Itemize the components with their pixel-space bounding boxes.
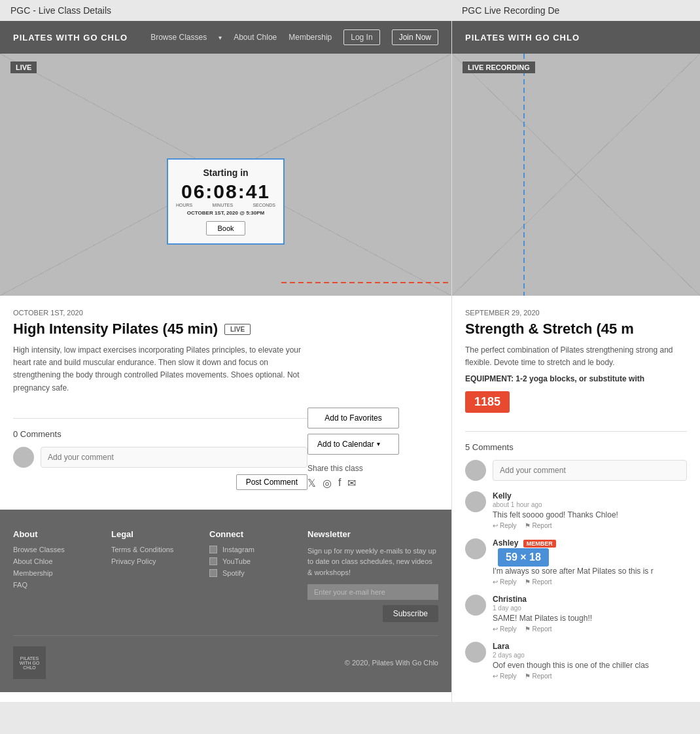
footer-privacy[interactable]: Privacy Policy — [111, 557, 209, 565]
lara-reply[interactable]: ↩ Reply — [493, 673, 517, 680]
countdown-box: Starting in 06:08:41 HOURS MINUTES SECON… — [167, 158, 285, 245]
subscribe-button[interactable]: Subscribe — [383, 605, 438, 622]
join-now-button[interactable]: Join Now — [392, 29, 438, 45]
right-nav-brand: PILATES WITH GO CHLO — [465, 33, 580, 43]
kelly-body: Kelly about 1 hour ago This felt soooo g… — [493, 491, 618, 529]
content-right-column: Add to Favorites Add to Calendar ▾ Share… — [307, 408, 438, 490]
chevron-down-icon: ▾ — [377, 440, 380, 447]
comment-item-kelly: Kelly about 1 hour ago This felt soooo g… — [465, 491, 687, 529]
footer-browse-classes[interactable]: Browse Classes — [13, 546, 111, 553]
christina-text: SAME! Mat Pilates is tough!! — [493, 614, 592, 623]
instagram-icon[interactable]: ◎ — [323, 477, 332, 489]
newsletter-email-input[interactable] — [307, 584, 438, 600]
comment-input-row — [13, 447, 307, 468]
kelly-text: This felt soooo good! Thanks Chloe! — [493, 510, 618, 519]
comment-input-field[interactable] — [41, 447, 307, 468]
right-comment-input-field[interactable] — [493, 460, 687, 481]
right-page-title: PGC Live Recording De — [462, 5, 690, 16]
comment-avatar — [13, 447, 34, 468]
add-to-calendar-button[interactable]: Add to Calendar ▾ — [307, 434, 399, 455]
ashley-avatar — [465, 538, 486, 559]
comments-header: 0 Comments — [13, 429, 307, 439]
footer-legal-title: Legal — [111, 529, 209, 539]
nav-brand: PILATES WITH GO CHLO — [13, 33, 128, 43]
footer-newsletter-title: Newsletter — [307, 529, 438, 539]
ashley-reply[interactable]: ↩ Reply — [493, 578, 517, 585]
christina-author: Christina — [493, 595, 592, 604]
right-content-description: The perfect combination of Pilates stren… — [465, 344, 687, 369]
comment-item-ashley: Ashley MEMBER 59 × 18 I'm always so sore… — [465, 538, 687, 585]
content-title-row: High Intensity Pilates (45 min) LIVE — [13, 321, 438, 338]
kelly-time: about 1 hour ago — [493, 501, 618, 508]
footer-spotify-checkbox[interactable] — [209, 569, 217, 577]
facebook-icon[interactable]: f — [338, 477, 341, 489]
countdown-labels: HOURS MINUTES SECONDS — [175, 203, 277, 207]
post-comment-button[interactable]: Post Comment — [236, 474, 307, 490]
nav-membership[interactable]: Membership — [289, 33, 332, 42]
right-comments-header: 5 Comments — [465, 442, 687, 452]
footer-connect: Connect Instagram YouTube Spotify — [209, 529, 307, 623]
christina-report[interactable]: ⚑ Report — [525, 625, 552, 633]
navbar: PILATES WITH GO CHLO Browse Classes ▾ Ab… — [0, 21, 451, 54]
content-left-column: 0 Comments Post Comment — [13, 408, 307, 490]
kelly-author: Kelly — [493, 491, 618, 500]
christina-body: Christina 1 day ago SAME! Mat Pilates is… — [493, 595, 592, 633]
hours-label: HOURS — [176, 203, 192, 207]
log-in-button[interactable]: Log In — [343, 29, 379, 45]
footer-newsletter: Newsletter Sign up for my weekly e-mails… — [307, 529, 438, 623]
right-hero-placeholder — [452, 54, 700, 296]
ashley-report[interactable]: ⚑ Report — [525, 578, 552, 585]
comment-item-christina: Christina 1 day ago SAME! Mat Pilates is… — [465, 595, 687, 633]
countdown-starting-label: Starting in — [175, 167, 277, 178]
seconds-label: SECONDS — [253, 203, 275, 207]
nav-browse-classes[interactable]: Browse Classes — [150, 33, 207, 42]
ashley-author: Ashley MEMBER — [493, 538, 654, 548]
kelly-report[interactable]: ⚑ Report — [525, 522, 552, 529]
content-section: OCTOBER 1ST, 2020 High Intensity Pilates… — [0, 296, 451, 510]
footer-about-title: About — [13, 529, 111, 539]
footer-instagram-checkbox[interactable] — [209, 546, 217, 553]
footer-terms[interactable]: Terms & Conditions — [111, 546, 209, 553]
twitter-icon[interactable]: 𝕏 — [307, 477, 316, 489]
kelly-avatar — [465, 491, 486, 512]
right-panel: PILATES WITH GO CHLO LIVE RECORDING SEPT… — [451, 21, 700, 702]
left-panel: PILATES WITH GO CHLO Browse Classes ▾ Ab… — [0, 21, 451, 702]
footer-membership[interactable]: Membership — [13, 569, 111, 577]
ashley-actions: ↩ Reply ⚑ Report — [493, 578, 654, 585]
footer: About Browse Classes About Chloe Members… — [0, 510, 451, 693]
christina-reply[interactable]: ↩ Reply — [493, 625, 517, 633]
footer-youtube-label: YouTube — [222, 557, 251, 565]
minutes-label: MINUTES — [213, 203, 234, 207]
lara-text: Oof even though this is one of the chill… — [493, 661, 649, 670]
footer-about-chloe[interactable]: About Chloe — [13, 557, 111, 565]
right-navbar: PILATES WITH GO CHLO — [452, 21, 700, 54]
footer-columns: About Browse Classes About Chloe Members… — [13, 529, 438, 623]
newsletter-description: Sign up for my weekly e-mails to stay up… — [307, 546, 438, 578]
christina-actions: ↩ Reply ⚑ Report — [493, 625, 592, 633]
footer-connect-title: Connect — [209, 529, 307, 539]
footer-instagram-label: Instagram — [222, 546, 254, 553]
christina-avatar — [465, 595, 486, 616]
lara-author: Lara — [493, 642, 649, 651]
lara-body: Lara 2 days ago Oof even though this is … — [493, 642, 649, 680]
footer-youtube-checkbox[interactable] — [209, 557, 217, 565]
right-comment-input-row — [465, 460, 687, 481]
lara-avatar — [465, 642, 486, 663]
lara-actions: ↩ Reply ⚑ Report — [493, 673, 649, 680]
christina-time: 1 day ago — [493, 604, 592, 612]
footer-about: About Browse Classes About Chloe Members… — [13, 529, 111, 623]
email-icon[interactable]: ✉ — [347, 477, 356, 489]
ashley-text: I'm always so sore after Mat Pilates so … — [493, 567, 654, 576]
right-hero-image: LIVE RECORDING — [452, 54, 700, 296]
content-date: OCTOBER 1ST, 2020 — [13, 309, 438, 317]
kelly-reply[interactable]: ↩ Reply — [493, 522, 517, 529]
add-to-favorites-button[interactable]: Add to Favorites — [307, 408, 399, 428]
book-button[interactable]: Book — [206, 221, 245, 236]
footer-youtube-item: YouTube — [209, 557, 307, 565]
nav-about-chloe[interactable]: About Chloe — [234, 33, 277, 42]
lara-report[interactable]: ⚑ Report — [525, 673, 552, 680]
footer-logo: PILATES WITH GO CHLO — [13, 646, 46, 679]
left-page-title: PGC - Live Class Details — [10, 5, 462, 16]
footer-faq[interactable]: FAQ — [13, 581, 111, 589]
right-divider — [465, 431, 687, 432]
